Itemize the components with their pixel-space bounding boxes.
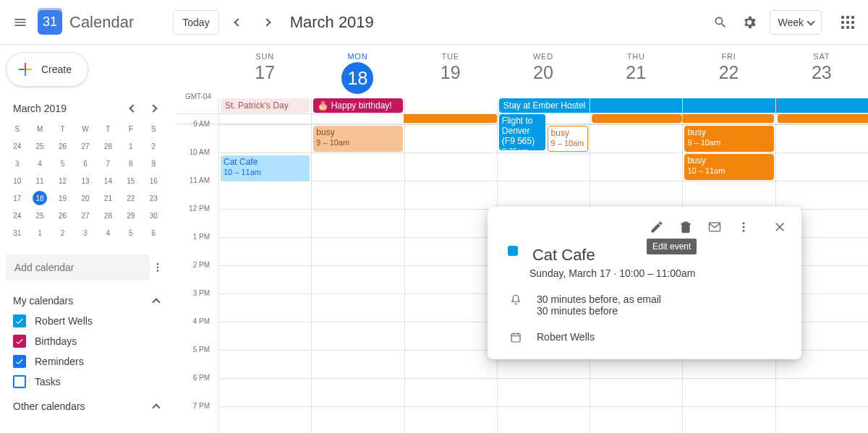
calendar-item[interactable]: Birthdays [6, 331, 165, 351]
mini-day[interactable]: 6 [74, 155, 96, 172]
day-header[interactable]: MON18 [311, 45, 404, 94]
mini-day[interactable]: 4 [97, 224, 119, 241]
mini-day[interactable]: 11 [28, 172, 51, 189]
settings-button[interactable] [735, 8, 764, 37]
mini-day[interactable]: 26 [51, 137, 74, 155]
main-menu-button[interactable] [6, 8, 35, 37]
mini-day[interactable]: 14 [97, 172, 119, 189]
mini-day[interactable]: 27 [74, 137, 96, 155]
mini-calendar[interactable]: SMTWTFS242526272812345678910111213141516… [6, 120, 165, 241]
mini-day[interactable]: 1 [28, 224, 51, 241]
search-button[interactable] [706, 8, 735, 37]
google-apps-button[interactable] [833, 8, 862, 37]
event-allday[interactable] [404, 114, 497, 123]
chevron-up-icon[interactable] [152, 298, 160, 306]
svg-point-5 [743, 226, 745, 228]
event-allday[interactable] [592, 114, 682, 123]
svg-rect-7 [511, 334, 520, 342]
hour-label: 12 PM [176, 205, 214, 233]
calendar-checkbox[interactable] [13, 355, 26, 368]
create-button[interactable]: Create [6, 52, 88, 87]
day-header[interactable]: SAT23 [775, 45, 868, 94]
mini-day[interactable]: 29 [119, 207, 142, 224]
gear-icon [741, 14, 757, 30]
calendar-event[interactable]: busy9 – 10am [548, 126, 589, 152]
mini-day[interactable]: 15 [119, 172, 142, 189]
calendar-checkbox[interactable] [13, 314, 26, 327]
mini-day[interactable]: 6 [142, 224, 165, 241]
mini-day[interactable]: 24 [6, 137, 28, 155]
mini-day[interactable]: 12 [51, 172, 74, 189]
mini-day[interactable]: 30 [142, 207, 165, 224]
mini-day[interactable]: 13 [74, 172, 96, 189]
event-allday[interactable]: St. Patrick's Day [221, 98, 310, 113]
today-button[interactable]: Today [173, 10, 218, 35]
mini-day[interactable]: 31 [6, 224, 28, 241]
calendar-event[interactable]: Cat Cafe10 – 11am [221, 155, 310, 181]
calendar-event[interactable]: busy10 – 11am [684, 154, 773, 180]
svg-rect-3 [710, 223, 720, 231]
mini-prev-button[interactable] [124, 100, 142, 117]
next-week-button[interactable] [252, 8, 281, 37]
hour-label: 9 AM [176, 120, 214, 148]
mini-day[interactable]: 28 [97, 207, 119, 224]
calendar-item[interactable]: Reminders [6, 351, 165, 372]
close-popup-button[interactable] [765, 213, 794, 241]
mini-day[interactable]: 4 [28, 155, 51, 172]
mini-day[interactable]: 24 [6, 207, 28, 224]
mini-day[interactable]: 25 [28, 137, 51, 155]
mini-day[interactable]: 9 [142, 155, 165, 172]
add-calendar-input[interactable] [6, 254, 150, 280]
mini-day[interactable]: 23 [142, 189, 165, 207]
event-title: Happy birthday! [331, 100, 392, 111]
prev-week-button[interactable] [224, 8, 252, 37]
calendar-event[interactable]: busy9 – 10am [313, 126, 402, 152]
calendar-event[interactable]: busy9 – 10am [684, 126, 773, 152]
mini-day[interactable]: 27 [74, 207, 96, 224]
mini-dow: W [74, 120, 96, 137]
event-allday[interactable] [683, 114, 773, 123]
edit-event-button[interactable] [642, 213, 671, 241]
view-selector[interactable]: Week [770, 10, 822, 35]
mini-day[interactable]: 17 [6, 189, 28, 207]
mini-day[interactable]: 5 [51, 155, 74, 172]
add-calendar-options-button[interactable] [150, 253, 165, 282]
mini-day[interactable]: 10 [6, 172, 28, 189]
mini-day[interactable]: 7 [97, 155, 119, 172]
mini-day[interactable]: 2 [51, 224, 74, 241]
day-header[interactable]: THU21 [590, 45, 682, 94]
mini-day[interactable]: 21 [97, 189, 119, 207]
mini-day[interactable]: 18 [28, 189, 51, 207]
calendar-item[interactable]: Robert Wells [6, 311, 165, 331]
mini-day[interactable]: 20 [74, 189, 96, 207]
mini-next-button[interactable] [145, 100, 162, 117]
mini-day[interactable]: 25 [28, 207, 51, 224]
delete-event-button[interactable] [671, 213, 700, 241]
day-header[interactable]: TUE19 [404, 45, 497, 94]
envelope-icon [707, 220, 722, 234]
mini-day[interactable]: 2 [142, 137, 165, 155]
day-header[interactable]: FRI22 [682, 45, 775, 94]
calendar-event[interactable]: Flight to Denver (F9 565)8:35am – Raleig… [499, 114, 545, 150]
event-allday[interactable]: 🎂 Happy birthday! [313, 98, 402, 113]
mini-day[interactable]: 19 [51, 189, 74, 207]
email-guests-button[interactable] [700, 213, 729, 241]
day-header[interactable]: WED20 [497, 45, 590, 94]
event-allday[interactable] [778, 114, 868, 123]
mini-day[interactable]: 26 [51, 207, 74, 224]
calendar-checkbox[interactable] [13, 335, 26, 348]
calendar-checkbox[interactable] [13, 375, 26, 388]
calendar-item[interactable]: Tasks [6, 372, 165, 392]
mini-day[interactable]: 5 [119, 224, 142, 241]
event-options-button[interactable] [729, 213, 758, 241]
chevron-up-icon[interactable] [152, 403, 160, 411]
mini-day[interactable]: 3 [6, 155, 28, 172]
day-header[interactable]: SUN17 [218, 45, 311, 94]
chevron-left-icon [129, 104, 137, 112]
mini-day[interactable]: 3 [74, 224, 96, 241]
mini-day[interactable]: 8 [119, 155, 142, 172]
mini-day[interactable]: 22 [119, 189, 142, 207]
mini-day[interactable]: 28 [97, 137, 119, 155]
mini-day[interactable]: 1 [119, 137, 142, 155]
mini-day[interactable]: 16 [142, 172, 165, 189]
